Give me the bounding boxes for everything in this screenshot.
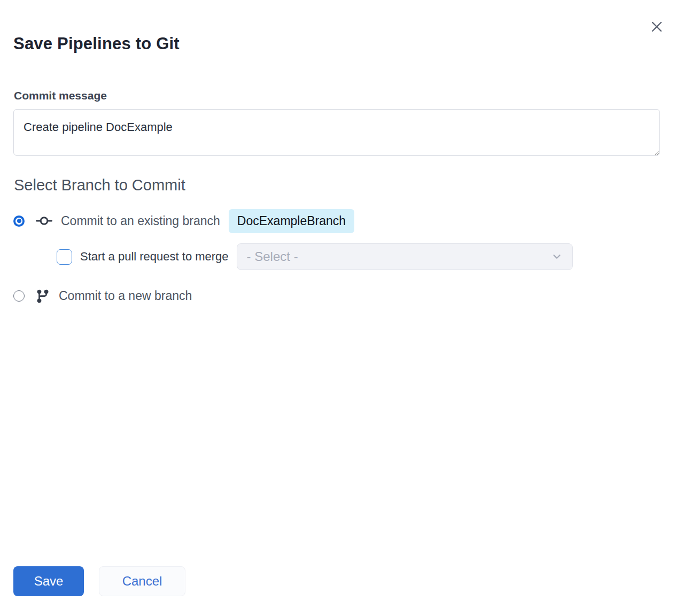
cancel-button[interactable]: Cancel — [99, 566, 185, 596]
chevron-down-icon — [551, 251, 563, 263]
select-placeholder: - Select - — [247, 249, 551, 264]
pull-request-checkbox[interactable] — [57, 249, 72, 265]
existing-branch-radio[interactable] — [13, 215, 25, 227]
new-branch-label[interactable]: Commit to a new branch — [59, 289, 192, 303]
pull-request-row: Start a pull request to merge - Select - — [57, 243, 573, 270]
dialog-footer: Save Cancel — [13, 566, 185, 596]
new-branch-radio[interactable] — [13, 290, 25, 302]
git-branch-icon — [35, 289, 50, 304]
save-pipelines-dialog: Save Pipelines to Git Commit message Cre… — [0, 0, 676, 616]
close-icon — [650, 20, 663, 33]
branch-section-heading: Select Branch to Commit — [14, 176, 185, 194]
pull-request-label[interactable]: Start a pull request to merge — [80, 250, 229, 264]
existing-branch-label[interactable]: Commit to an existing branch — [61, 214, 220, 228]
existing-branch-badge[interactable]: DocExampleBranch — [229, 209, 354, 233]
commit-message-label: Commit message — [14, 89, 107, 102]
close-button[interactable] — [647, 17, 666, 36]
new-branch-row: Commit to a new branch — [13, 284, 192, 308]
save-button[interactable]: Save — [13, 566, 84, 596]
pull-request-target-select[interactable]: - Select - — [237, 243, 573, 270]
git-commit-icon — [36, 213, 52, 229]
dialog-title: Save Pipelines to Git — [13, 34, 180, 53]
existing-branch-row: Commit to an existing branch DocExampleB… — [13, 209, 354, 233]
commit-message-input[interactable]: Create pipeline DocExample — [13, 109, 660, 156]
